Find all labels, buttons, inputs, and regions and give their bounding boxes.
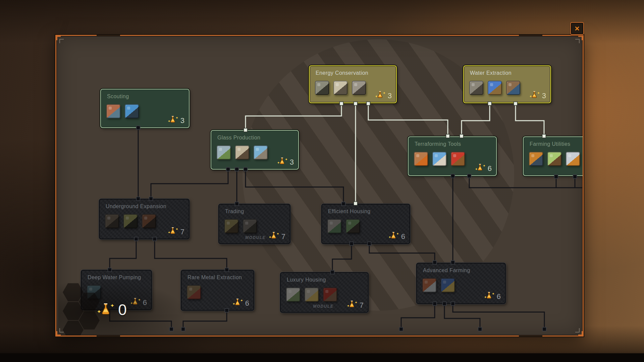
flask-icon: [390, 232, 397, 240]
tab-face: Colony info: [60, 21, 78, 35]
tech-node-icons: [414, 152, 465, 166]
research-cost-value: 6: [488, 165, 492, 172]
research-cost-value: 7: [180, 228, 184, 236]
science-points-hud: ✦ ✦ 0: [58, 281, 185, 336]
tech-node-energy-conservation[interactable]: Energy Conservation✦✦3: [309, 65, 397, 103]
tech-node-underground-expansion[interactable]: Underground Expansion✦✦7: [99, 199, 190, 239]
module-badge: MODULE: [313, 304, 333, 309]
tech-node-terraforming-tools[interactable]: Terraforming Tools✦✦6: [408, 136, 497, 176]
tech-node-luxury-housing[interactable]: Luxury HousingMODULE✦✦7: [280, 272, 369, 313]
tech-tree-canvas: Scouting✦✦3Energy Conservation✦✦3Water E…: [56, 36, 583, 336]
research-cost: ✦✦6: [483, 292, 501, 300]
sparkle-icon: ✦: [175, 228, 178, 231]
tech-node-farming-utilities[interactable]: Farming Utilities: [523, 136, 583, 176]
tech-node-title: Deep Water Pumping: [88, 275, 141, 281]
arcade-machine-icon: [305, 288, 319, 302]
panel-border-notch: [97, 35, 120, 36]
research-cost: ✦✦3: [167, 116, 184, 124]
sparkle-icon: ✦: [388, 236, 391, 239]
tab-face: Trading: [64, 21, 81, 35]
tech-node-water-extraction[interactable]: Water Extraction✦✦3: [463, 65, 551, 103]
close-icon: ✕: [575, 25, 580, 33]
tech-node-trading[interactable]: TradingMODULE✦✦7: [218, 204, 290, 244]
sparkle-icon: ✦: [97, 309, 101, 314]
sparkle-icon: ✦: [475, 168, 478, 171]
science-counter: ✦ ✦ 0: [96, 303, 127, 317]
tech-node-icons: [106, 104, 139, 118]
tech-node-advanced-farming[interactable]: Advanced Farming✦✦6: [416, 263, 506, 304]
hexagon-decoration: [63, 302, 84, 320]
sparkle-icon: ✦: [383, 92, 385, 95]
tech-node-title: Rare Metal Extraction: [187, 275, 242, 281]
terraform-tower-icon: [414, 152, 428, 166]
flask-icon: [477, 164, 483, 172]
panel-border-notch: [519, 336, 542, 337]
sparkle-icon: ✦: [240, 299, 243, 302]
trade-vehicle-icon: [224, 219, 238, 233]
flask-icon: [234, 298, 241, 307]
mining-rig-icon: [187, 285, 201, 299]
tech-node-icons: [217, 145, 268, 160]
scout-rover-icon: [106, 104, 120, 118]
sparkle-icon: ✦: [537, 92, 540, 95]
panel-border-notch: [97, 336, 120, 337]
tech-node-icons: [422, 278, 455, 292]
sparkle-icon: ✦: [492, 292, 494, 296]
vertical-farm-rack-icon: [422, 278, 436, 292]
sparkle-icon: ✦: [175, 116, 178, 120]
tech-node-title: Luxury Housing: [287, 277, 326, 283]
close-button[interactable]: ✕: [570, 22, 584, 35]
sparkle-icon: ✦: [355, 301, 357, 304]
pipe-scaffold-icon: [469, 81, 483, 95]
tech-node-title: Terraforming Tools: [415, 141, 461, 147]
research-cost-value: 3: [290, 159, 294, 166]
sparkle-icon: ✦: [277, 161, 280, 165]
research-cost: ✦✦3: [528, 91, 546, 100]
panel-corner-decoration: [55, 35, 61, 40]
research-cost-value: 3: [388, 92, 392, 100]
sparkle-icon: ✦: [396, 232, 399, 236]
module-badge: MODULE: [245, 235, 266, 240]
flask-icon: [348, 300, 355, 309]
research-cost-value: 6: [401, 233, 405, 240]
vending-machine-icon: [286, 288, 300, 302]
hut-icon: [47, 24, 55, 32]
tech-node-scouting[interactable]: Scouting✦✦3: [100, 89, 190, 128]
trader-icon: [56, 24, 64, 32]
tech-node-glass-production[interactable]: Glass Production✦✦3: [211, 130, 299, 170]
panel-corner-decoration: [578, 35, 584, 40]
research-cost: ✦✦6: [387, 232, 405, 240]
sparkle-icon: ✦: [375, 95, 378, 98]
flask-icon: [270, 232, 277, 240]
tech-node-rare-metal-extraction[interactable]: Rare Metal Extraction✦✦6: [181, 270, 254, 311]
tech-node-icons: [327, 219, 360, 233]
tech-node-icons: [224, 219, 257, 233]
research-cost-value: 6: [497, 293, 501, 300]
flask-icon: [279, 157, 285, 166]
sparkle-icon: ✦: [168, 120, 170, 123]
research-cost: ✦✦3: [276, 157, 294, 166]
tech-node-icons: [469, 81, 520, 95]
antenna-tower-icon: [346, 219, 360, 233]
tech-node-icons: [187, 285, 201, 299]
research-cost-value: 7: [281, 233, 285, 240]
sparkle-icon: ✦: [529, 95, 532, 98]
research-cost: ✦✦6: [474, 164, 492, 172]
tech-node-title: Glass Production: [217, 135, 260, 141]
tech-node-title: Trading: [225, 208, 244, 215]
tab-label: Technology Tree: [52, 24, 100, 32]
tech-node-icons: [105, 214, 156, 228]
arch-gate-icon: [566, 152, 580, 166]
research-cost-value: 6: [245, 300, 249, 307]
solar-panel-icon: [333, 81, 347, 95]
tech-node-title: Advanced Farming: [423, 267, 470, 274]
sparkle-icon: ✦: [110, 303, 115, 308]
screen-bottom-letterbox: [0, 353, 644, 362]
sparkle-icon: ✦: [269, 236, 271, 239]
tech-node-efficient-housing[interactable]: Efficient Housing✦✦6: [321, 204, 410, 244]
tab-face: Technology Tree: [62, 21, 79, 35]
field-frame-icon: [529, 152, 543, 166]
glass-furnace-icon: [217, 145, 231, 160]
panel-corner-decoration: [55, 331, 61, 337]
technology-tree-panel: Scouting✦✦3Energy Conservation✦✦3Water E…: [55, 35, 584, 337]
